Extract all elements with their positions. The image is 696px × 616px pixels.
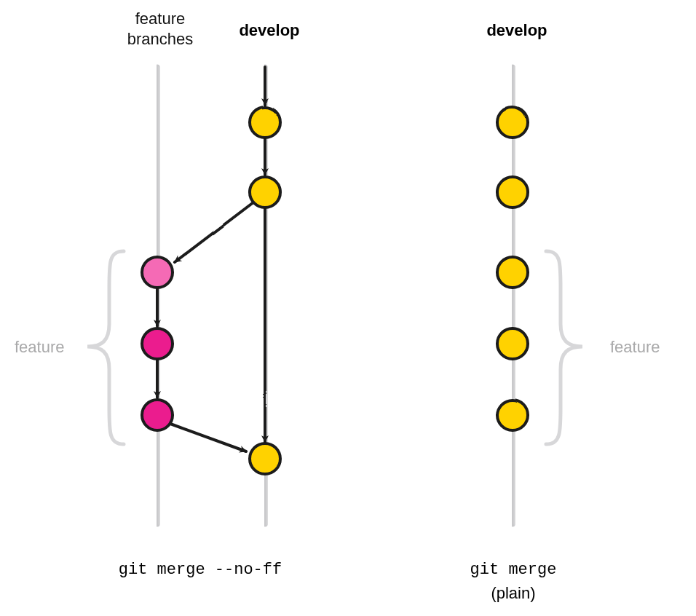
header-feature-branches-line2: branches [127, 30, 194, 48]
commit-left-d1 [250, 107, 280, 138]
caption-right-command: git merge [433, 561, 593, 579]
brace-label-right: feature [610, 338, 660, 357]
header-develop-left: develop [226, 20, 313, 41]
brace-label-left: feature [15, 338, 65, 357]
header-feature-branches-line1: feature [135, 9, 186, 28]
commit-right-d1 [497, 107, 528, 138]
caption-right-sub: (plain) [433, 584, 593, 603]
brace-right-icon [546, 251, 582, 444]
edge-f3-merge [170, 424, 246, 451]
commit-right-d3 [497, 257, 528, 288]
commit-right-d2 [497, 177, 528, 208]
commit-left-f3 [142, 400, 173, 430]
commit-right-d5 [497, 400, 528, 430]
header-develop-right: develop [473, 20, 561, 41]
caption-left-command: git merge --no-ff [91, 561, 309, 579]
brace-left-icon [87, 251, 124, 444]
commit-left-f2 [142, 328, 173, 359]
git-merge-diagram [0, 0, 696, 616]
commit-left-d2 [250, 177, 280, 208]
edge-d2-f1 [175, 202, 253, 262]
commit-left-f1 [142, 257, 173, 288]
header-feature-branches: feature branches [116, 9, 204, 49]
commit-right-d4 [497, 328, 528, 359]
commit-left-merge [250, 443, 280, 474]
